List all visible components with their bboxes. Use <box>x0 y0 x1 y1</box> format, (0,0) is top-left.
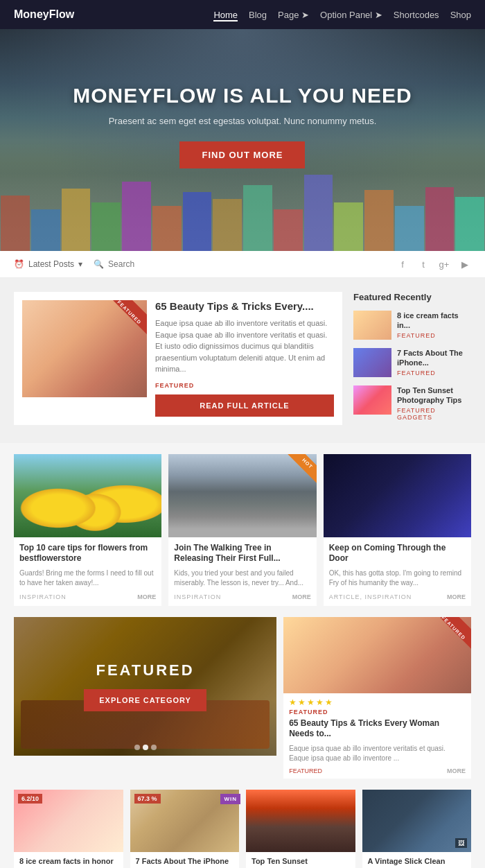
card-flowers-more[interactable]: MORE <box>137 593 156 600</box>
image-icon: 🖼 <box>455 838 467 848</box>
featured-section: FEATURED EXPLORE CATEGORY FEATURED ★ ★ ★… <box>14 617 471 779</box>
sidebar-item-1[interactable]: 8 ice cream facts in... FEATURED <box>353 311 471 340</box>
featured-ribbon: FEATURED <box>105 300 147 342</box>
bottom-card-watch-title: A Vintage Slick Clean Running Waltham Al… <box>368 856 466 868</box>
main-content: FEATURED 65 Beauty Tips & Tricks Every..… <box>0 278 485 443</box>
search-icon: 🔍 <box>94 259 104 269</box>
hero-subtitle: Praesent ac sem eget est egestas volutpa… <box>73 116 412 126</box>
right-sidebar: Featured Recently 8 ice cream facts in..… <box>353 292 471 429</box>
nav-item-blog[interactable]: Blog <box>249 8 267 21</box>
nav-item-page[interactable]: Page ➤ <box>278 8 309 21</box>
featured-post-title: 65 Beauty Tips & Tricks Every.... <box>155 300 334 312</box>
hero-title: MONEYFLOW IS ALL YOU NEED <box>73 84 412 107</box>
bottom-card-watch-image: 🖼 <box>362 790 472 852</box>
card-dj-more[interactable]: MORE <box>447 593 466 600</box>
featured-right-title: 65 Beauty Tips & Tricks Every Woman Need… <box>283 715 471 743</box>
card-road-footer: INSPIRATION MORE <box>174 593 310 600</box>
sidebar-item-tag-3: FEATURED GADGETS <box>397 407 471 421</box>
bottom-card-photography-body: Top Ten Sunset Photography Tips What's S… <box>246 852 355 868</box>
search-input[interactable] <box>108 259 164 269</box>
bottom-card-photography: Top Ten Sunset Photography Tips What's S… <box>246 790 355 868</box>
card-road-body: Join The Walking Tree in Releasing Their… <box>168 537 316 606</box>
hero-content: MONEYFLOW IS ALL YOU NEED Praesent ac se… <box>73 84 412 196</box>
card-road-more[interactable]: MORE <box>292 593 311 600</box>
featured-post-excerpt: Eaque ipsa quae ab illo inventore verita… <box>155 318 334 375</box>
star-5: ★ <box>325 697 333 707</box>
read-full-article-button[interactable]: READ FULL ARTICLE <box>155 394 334 417</box>
card-road-excerpt: Kids, you tried your best and you failed… <box>174 568 310 588</box>
bottom-card-photography-title: Top Ten Sunset Photography Tips <box>252 856 350 868</box>
card-dj-excerpt: OK, this has gotta stop. I'm going to re… <box>329 568 466 588</box>
sidebar-item-2[interactable]: 7 Facts About The iPhone... FEATURED <box>353 348 471 377</box>
sidebar-item-text-2: 7 Facts About The iPhone... FEATURED <box>397 348 471 376</box>
featured-right-image: FEATURED <box>283 617 471 693</box>
hero-section: MONEYFLOW IS ALL YOU NEED Praesent ac se… <box>0 29 485 251</box>
bottom-card-icecream: 6.2/10 8 ice cream facts in honor of Nat… <box>14 790 123 868</box>
star-rating: ★ ★ ★ ★ ★ <box>283 693 471 709</box>
hot-ribbon: HOT <box>282 454 317 489</box>
sidebar-title: Featured Recently <box>353 292 471 302</box>
sidebar-item-text-3: Top Ten Sunset Photography Tips FEATURED… <box>397 385 471 421</box>
bottom-card-watch: 🖼 A Vintage Slick Clean Running Waltham … <box>362 790 472 868</box>
social-links: f t g+ ▶ <box>396 258 471 270</box>
bottom-card-photography-image <box>246 790 355 852</box>
latest-posts-filter[interactable]: ⏰ Latest Posts ▾ <box>14 259 82 269</box>
card-flowers-footer: INSPIRATION MORE <box>19 593 156 600</box>
facebook-icon[interactable]: f <box>396 258 409 270</box>
nav-item-shop[interactable]: Shop <box>450 8 471 21</box>
filter-bar: ⏰ Latest Posts ▾ 🔍 f t g+ ▶ <box>0 251 485 278</box>
bottom-card-watch-body: A Vintage Slick Clean Running Waltham Al… <box>362 852 472 868</box>
bottom-card-iphone-body: 7 Facts About The iPhone You Probably So… <box>130 852 240 868</box>
win-ribbon: WIN <box>220 794 240 804</box>
card-flowers-image <box>14 454 161 537</box>
googleplus-icon[interactable]: g+ <box>438 258 450 270</box>
card-flowers: Top 10 care tips for flowers from bestfl… <box>14 454 161 606</box>
featured-post-image: FEATURED <box>22 300 147 397</box>
nav-link-shortcodes[interactable]: Shortcodes <box>394 10 439 20</box>
bottom-grid: 6.2/10 8 ice cream facts in honor of Nat… <box>14 790 471 868</box>
sidebar-item-title-1: 8 ice cream facts in... <box>397 311 471 331</box>
sidebar-item-text-1: 8 ice cream facts in... FEATURED <box>397 311 471 339</box>
featured-ribbon-text: FEATURED <box>441 617 467 641</box>
bottom-card-icecream-body: 8 ice cream facts in honor of National I… <box>14 852 123 868</box>
top-navigation: MoneyFlow Home Blog Page ➤ Option Panel … <box>0 0 485 29</box>
left-column: FEATURED 65 Beauty Tips & Tricks Every..… <box>14 292 342 429</box>
nav-item-shortcodes[interactable]: Shortcodes <box>394 8 439 21</box>
site-logo: MoneyFlow <box>14 8 74 21</box>
featured-right-post: FEATURED ★ ★ ★ ★ ★ FEATURED 65 Beauty Ti… <box>283 617 471 779</box>
featured-left-block: FEATURED EXPLORE CATEGORY <box>14 617 276 756</box>
nav-link-blog[interactable]: Blog <box>249 10 267 20</box>
star-2: ★ <box>298 697 306 707</box>
youtube-icon[interactable]: ▶ <box>459 258 471 270</box>
bottom-card-iphone: 67.3 % WIN 7 Facts About The iPhone You … <box>130 790 240 868</box>
bottom-card-iphone-title: 7 Facts About The iPhone You Probably <box>136 856 234 868</box>
featured-right-more[interactable]: MORE <box>447 767 466 774</box>
nav-link-shop[interactable]: Shop <box>450 10 471 20</box>
card-flowers-body: Top 10 care tips for flowers from bestfl… <box>14 537 161 606</box>
explore-category-button[interactable]: EXPLORE CATEGORY <box>84 689 206 711</box>
nav-link-home[interactable]: Home <box>213 10 238 21</box>
search-bar: 🔍 <box>94 259 164 269</box>
featured-overlay: FEATURED EXPLORE CATEGORY <box>14 617 276 756</box>
featured-post-card: FEATURED 65 Beauty Tips & Tricks Every..… <box>14 292 342 425</box>
clock-icon: ⏰ <box>14 259 24 269</box>
card-road-image: HOT <box>168 454 316 537</box>
sidebar-thumb-1 <box>353 311 391 340</box>
nav-item-option[interactable]: Option Panel ➤ <box>320 8 382 21</box>
nav-link-option[interactable]: Option Panel ➤ <box>320 10 382 20</box>
find-out-more-button[interactable]: FIND OUT MORE <box>179 141 305 168</box>
featured-star-ribbon: FEATURED <box>433 617 471 655</box>
nav-item-home[interactable]: Home <box>213 8 238 21</box>
card-dj-image <box>324 454 471 537</box>
chevron-down-icon: ▾ <box>78 259 82 269</box>
ribbon-label: FEATURED <box>117 300 143 325</box>
featured-right-tag: FEATURED <box>283 709 471 715</box>
twitter-icon[interactable]: t <box>417 258 430 270</box>
card-flowers-title: Top 10 care tips for flowers from bestfl… <box>19 543 156 564</box>
latest-posts-label: Latest Posts <box>28 259 74 269</box>
nav-link-page[interactable]: Page ➤ <box>278 10 309 20</box>
nav-links: Home Blog Page ➤ Option Panel ➤ Shortcod… <box>213 8 471 21</box>
score-badge: 6.2/10 <box>18 794 42 804</box>
card-flowers-excerpt: Guards! Bring me the forms I need to fil… <box>19 568 156 588</box>
sidebar-item-3[interactable]: Top Ten Sunset Photography Tips FEATURED… <box>353 385 471 421</box>
